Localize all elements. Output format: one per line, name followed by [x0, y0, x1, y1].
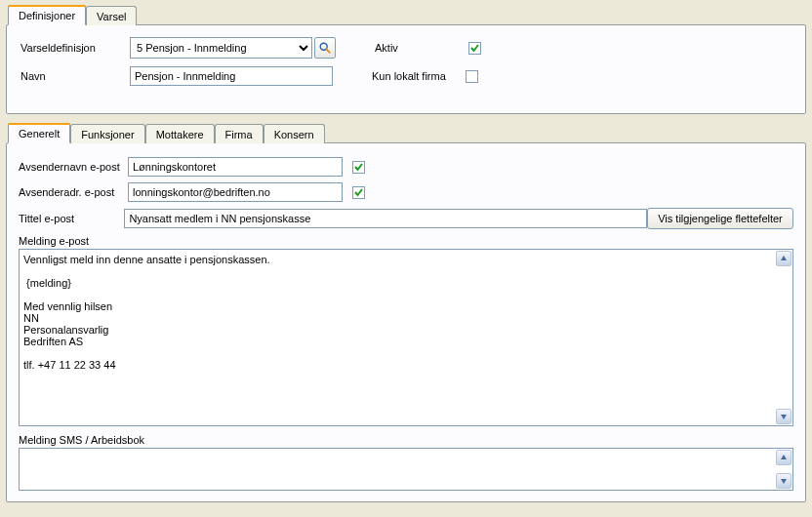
label-melding-epost: Melding e-post: [19, 235, 793, 247]
generelt-panel: Avsendernavn e-post Avsenderadr. e-post …: [6, 142, 806, 502]
label-tittel: Tittel e-post: [19, 213, 124, 224]
svg-line-1: [326, 49, 330, 53]
avsenderadr-input[interactable]: [128, 182, 343, 202]
varseldef-select[interactable]: 5 Pensjon - Innmelding: [130, 37, 312, 59]
scroll-down-icon[interactable]: [776, 409, 792, 424]
tab-definisjoner[interactable]: Definisjoner: [8, 5, 86, 25]
tab-funksjoner[interactable]: Funksjoner: [70, 124, 144, 143]
tab-generelt[interactable]: Generelt: [8, 123, 70, 143]
varseldef-lookup-button[interactable]: [314, 37, 336, 59]
label-aktiv: Aktiv: [375, 42, 468, 54]
melding-epost-textarea[interactable]: Vennligst meld inn denne ansatte i pensj…: [19, 249, 793, 426]
scroll-up-icon[interactable]: [776, 450, 792, 465]
svg-marker-3: [781, 415, 787, 419]
avsendernavn-input[interactable]: [128, 157, 343, 177]
label-navn: Navn: [20, 70, 130, 82]
kunlokalt-checkbox[interactable]: [466, 70, 478, 83]
label-avsendernavn: Avsendernavn e-post: [19, 161, 128, 173]
navn-input[interactable]: [130, 66, 333, 86]
top-panel: Varseldefinisjon 5 Pensjon - Innmelding …: [6, 24, 806, 114]
label-kunlokalt: Kun lokalt firma: [372, 70, 466, 82]
svg-marker-4: [781, 455, 787, 459]
svg-marker-2: [781, 256, 787, 260]
avsendernavn-checkbox[interactable]: [352, 161, 365, 174]
label-melding-sms: Melding SMS / Arbeidsbok: [19, 434, 793, 446]
tab-varsel[interactable]: Varsel: [86, 6, 137, 25]
scroll-up-icon[interactable]: [776, 251, 792, 266]
svg-marker-5: [781, 479, 787, 484]
tittel-input[interactable]: [124, 209, 647, 228]
avsenderadr-checkbox[interactable]: [352, 186, 365, 199]
tab-konsern[interactable]: Konsern: [264, 124, 325, 143]
aktiv-checkbox[interactable]: [468, 42, 481, 55]
tab-firma[interactable]: Firma: [215, 124, 264, 143]
scroll-down-icon[interactable]: [776, 473, 792, 489]
label-avsenderadr: Avsenderadr. e-post: [19, 186, 128, 198]
melding-sms-textarea[interactable]: [19, 448, 793, 491]
search-icon: [318, 41, 332, 55]
label-varseldef: Varseldefinisjon: [20, 42, 130, 54]
tab-mottakere[interactable]: Mottakere: [145, 124, 215, 143]
inner-tabs: Generelt Funksjoner Mottakere Firma Kons…: [6, 124, 806, 143]
flettefelter-button[interactable]: Vis tilgjengelige flettefelter: [647, 208, 793, 229]
main-tabs: Definisjoner Varsel: [6, 6, 806, 25]
